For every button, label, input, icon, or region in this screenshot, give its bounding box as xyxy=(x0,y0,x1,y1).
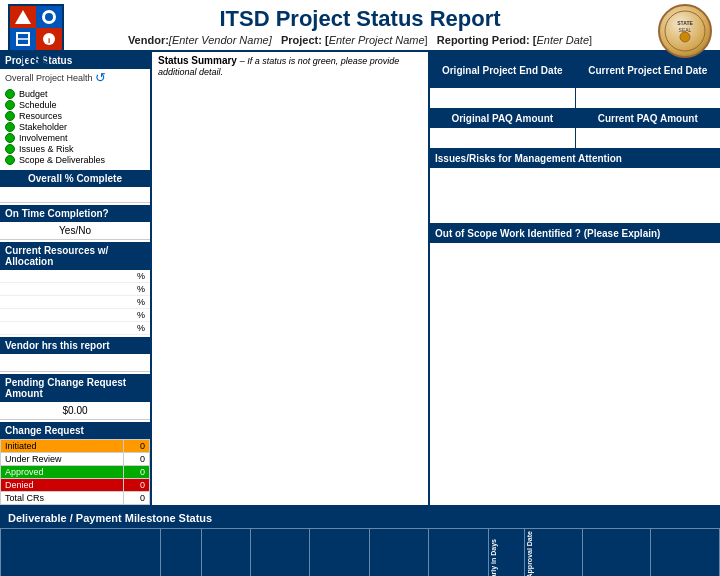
on-time-bar: On Time Completion? xyxy=(0,205,150,222)
cr-row-under-review: Under Review 0 xyxy=(1,453,150,466)
dot-budget xyxy=(5,89,15,99)
status-item-schedule: Schedule xyxy=(5,100,145,110)
vendor-label: Vendor: xyxy=(128,34,169,46)
current-date-value xyxy=(576,88,721,108)
header-subtitle: Vendor:[Enter Vendor Name] Project: [Ent… xyxy=(128,34,592,46)
vendor-hrs-value xyxy=(0,354,150,372)
project-label: Project: [ xyxy=(281,34,329,46)
milestone-table: Deliverable Status % Complete Estimated … xyxy=(0,528,720,576)
page-header: i ITSD ITSD Project Status Report Vendor… xyxy=(0,0,720,50)
status-item-budget: Budget xyxy=(5,89,145,99)
top-row: Project Status Overall Project Health ↺ … xyxy=(0,52,720,506)
cr-initiated-val: 0 xyxy=(123,440,149,453)
cr-row-approved: Approved 0 xyxy=(1,466,150,479)
resource-rows: % % % % % xyxy=(0,270,150,335)
svg-point-10 xyxy=(680,32,690,42)
cr-table: Initiated 0 Under Review 0 Approved 0 De… xyxy=(0,439,150,505)
cr-denied-val: 0 xyxy=(123,479,149,492)
logo-bl xyxy=(10,28,36,50)
milestone-section: Deliverable / Payment Milestone Status D… xyxy=(0,506,720,576)
oos-body xyxy=(430,243,720,293)
col-del-cost: Deliverable Cost xyxy=(582,529,651,577)
original-date-header: Original Project End Date xyxy=(430,52,575,88)
status-items-list: Budget Schedule Resources Stakeholder In… xyxy=(0,86,150,168)
current-date-cell: Current Project End Date xyxy=(576,52,721,108)
cr-initiated-label: Initiated xyxy=(1,440,124,453)
overall-complete-bar: Overall % Complete xyxy=(0,170,150,187)
status-item-stakeholder: Stakeholder xyxy=(5,122,145,132)
logo-br: i xyxy=(36,28,62,50)
cr-under-review-val: 0 xyxy=(123,453,149,466)
current-paq-value xyxy=(576,128,721,148)
paq-row: Original PAQ Amount Current PAQ Amount xyxy=(430,109,720,149)
col-est-start: Estimated Start Date xyxy=(250,529,310,577)
status-item-resources: Resources xyxy=(5,111,145,121)
original-paq-value xyxy=(430,128,575,148)
on-time-value: Yes/No xyxy=(0,222,150,240)
svg-text:STATE: STATE xyxy=(677,20,693,26)
main-content: Project Status Overall Project Health ↺ … xyxy=(0,50,720,576)
col-act-start: Actual Start Date xyxy=(310,529,370,577)
svg-marker-0 xyxy=(15,10,31,24)
dot-issues xyxy=(5,144,15,154)
period-value: Enter Date xyxy=(536,34,589,46)
pending-cr-bar: Pending Change Request Amount xyxy=(0,374,150,402)
cr-under-review-label: Under Review xyxy=(1,453,124,466)
logo-right: STATE SEAL xyxy=(658,4,712,58)
milestone-header-row: Deliverable Status % Complete Estimated … xyxy=(1,529,720,577)
original-paq-header: Original PAQ Amount xyxy=(430,109,575,128)
status-item-involvement: Involvement xyxy=(5,133,145,143)
pending-cr-value: $0.00 xyxy=(0,402,150,420)
resource-row-4: % xyxy=(0,309,150,322)
ps-subheader: Overall Project Health ↺ xyxy=(0,69,150,86)
logo-tr xyxy=(36,6,62,28)
refresh-icon[interactable]: ↺ xyxy=(95,70,106,85)
col-late-early: Late/Early in Days xyxy=(488,529,525,577)
resource-row-3: % xyxy=(0,296,150,309)
milestone-header: Deliverable / Payment Milestone Status xyxy=(0,508,720,528)
oos-header: Out of Scope Work Identified ? (Please E… xyxy=(430,224,720,243)
original-date-value xyxy=(430,88,575,108)
right-panels: Original Project End Date Current Projec… xyxy=(430,52,720,505)
ss-header-strong: Status Summary xyxy=(158,55,237,66)
logo-text: ITSD xyxy=(8,53,64,67)
page-title: ITSD Project Status Report xyxy=(128,6,592,32)
logo-left: i ITSD xyxy=(8,4,64,67)
resources-bar: Current Resources w/ Allocation xyxy=(0,242,150,270)
issues-body xyxy=(430,168,720,223)
dot-schedule xyxy=(5,100,15,110)
resource-row-2: % xyxy=(0,283,150,296)
col-pct-complete: % Complete xyxy=(202,529,250,577)
cr-total-val: 0 xyxy=(123,492,149,505)
dot-involvement xyxy=(5,133,15,143)
oos-panel: Out of Scope Work Identified ? (Please E… xyxy=(430,224,720,293)
current-paq-header: Current PAQ Amount xyxy=(576,109,721,128)
cr-denied-label: Denied xyxy=(1,479,124,492)
overall-health-label: Overall Project Health xyxy=(5,73,93,83)
project-status-panel: Project Status Overall Project Health ↺ … xyxy=(0,52,152,505)
svg-text:i: i xyxy=(48,36,50,45)
status-item-scope: Scope & Deliverables xyxy=(5,155,145,165)
dot-scope xyxy=(5,155,15,165)
ss-header: Status Summary – If a status is not gree… xyxy=(152,52,428,80)
dates-row: Original Project End Date Current Projec… xyxy=(430,52,720,109)
vendor-hrs-bar: Vendor hrs this report xyxy=(0,337,150,354)
vendor-value: [Enter Vendor Name] xyxy=(169,34,272,46)
status-summary-panel: Status Summary – If a status is not gree… xyxy=(152,52,430,505)
col-act-end: Actual End Date xyxy=(429,529,489,577)
cr-approved-label: Approved xyxy=(1,466,124,479)
cr-row-denied: Denied 0 xyxy=(1,479,150,492)
ss-body xyxy=(152,80,428,280)
cr-row-total: Total CRs 0 xyxy=(1,492,150,505)
col-status: Status xyxy=(161,529,202,577)
cr-total-label: Total CRs xyxy=(1,492,124,505)
resource-row-1: % xyxy=(0,270,150,283)
logo-tl xyxy=(10,6,36,28)
cr-row-initiated: Initiated 0 xyxy=(1,440,150,453)
original-date-cell: Original Project End Date xyxy=(430,52,576,108)
original-paq-cell: Original PAQ Amount xyxy=(430,109,576,148)
change-req-bar: Change Request xyxy=(0,422,150,439)
col-cost-comp: Cost Comparison xyxy=(651,529,720,577)
header-title-block: ITSD Project Status Report Vendor:[Enter… xyxy=(128,6,592,46)
issues-header: Issues/Risks for Management Attention xyxy=(430,149,720,168)
